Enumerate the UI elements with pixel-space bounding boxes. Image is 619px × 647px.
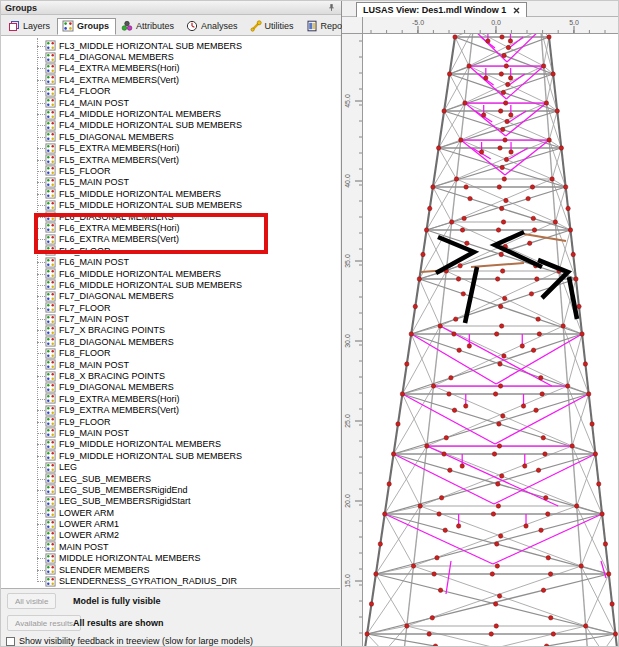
groups-icon [45, 200, 56, 211]
tree-item[interactable]: FL5_EXTRA MEMBERS(Hori) [1, 143, 340, 154]
groups-icon [45, 291, 56, 302]
tree-item[interactable]: LEG_SUB_MEMBERS [1, 473, 340, 484]
view-tab-close-icon[interactable] [513, 7, 520, 14]
groups-icon [45, 279, 56, 290]
tree-item[interactable]: FL7_DIAGONAL MEMBERS [1, 291, 340, 302]
svg-text:30.0: 30.0 [344, 334, 351, 348]
tree-item[interactable]: FL6_FLOOR [1, 245, 340, 256]
tab-analyses[interactable]: Analyses [181, 18, 245, 35]
tree-item[interactable]: FL9_FLOOR [1, 416, 340, 427]
panel-tabbar: LayersGroupsAttributesAnalysesUtilitiesR… [1, 15, 341, 36]
tree-item[interactable]: FL8_MAIN POST [1, 359, 340, 370]
svg-text:15.0: 15.0 [344, 574, 351, 588]
tree-item[interactable]: MIDDLE HORIZONTAL MEMBERS [1, 553, 340, 564]
groups-icon [45, 393, 56, 404]
tree-item[interactable]: FL5_MAIN POST [1, 177, 340, 188]
tree-item[interactable]: MAIN POST [1, 541, 340, 552]
attributes-icon [121, 20, 133, 32]
groups-icon [45, 177, 56, 188]
groups-icon [45, 336, 56, 347]
groups-icon [45, 519, 56, 530]
tree-item[interactable]: FL5_DIAGONAL MEMBERS [1, 131, 340, 142]
tree-item[interactable]: FL8_FLOOR [1, 348, 340, 359]
view-tab[interactable]: LUSAS View: Des1.mdl Window 1 [356, 2, 527, 17]
groups-icon [45, 74, 56, 85]
groups-icon [45, 97, 56, 108]
view-pane: LUSAS View: Des1.mdl Window 1 -5.00.05.0… [342, 1, 619, 647]
tree-item[interactable]: FL6_EXTRA MEMBERS(Vert) [1, 234, 340, 245]
reports-icon [306, 20, 318, 32]
tree-item[interactable]: FL6_MIDDLE HORIZONTAL MEMBERS [1, 268, 340, 279]
tree-item[interactable]: FL9_MIDDLE HORIZONTAL SUB MEMBERS [1, 450, 340, 461]
groups-icon [45, 222, 56, 233]
tree-item[interactable]: FL5_FLOOR [1, 165, 340, 176]
tree-item[interactable]: LOWER ARM [1, 507, 340, 518]
groups-icon [45, 314, 56, 325]
tree-item[interactable]: FL5_MIDDLE HORIZONTAL SUB MEMBERS [1, 199, 340, 210]
all-visible-button[interactable]: All visible [7, 593, 56, 609]
tree-item[interactable]: FL9_DIAGONAL MEMBERS [1, 382, 340, 393]
groups-icon [45, 405, 56, 416]
tree-item[interactable]: FL4_EXTRA MEMBERS(Hori) [1, 63, 340, 74]
tree-item[interactable]: FL9_MIDDLE HORIZONTAL MEMBERS [1, 439, 340, 450]
groups-icon [45, 245, 56, 256]
tree-item[interactable]: LEG [1, 461, 340, 472]
tree-item[interactable]: FL8_DIAGONAL MEMBERS [1, 336, 340, 347]
tab-attributes[interactable]: Attributes [116, 18, 181, 35]
groups-icon [62, 20, 74, 32]
tree-item[interactable]: LOWER ARM2 [1, 530, 340, 541]
available-results-button[interactable]: Available results [7, 615, 81, 631]
tree-item[interactable]: FL6_DIAGONAL MEMBERS [1, 211, 340, 222]
groups-icon [45, 348, 56, 359]
tree-item[interactable]: FL7_FLOOR [1, 302, 340, 313]
groups-icon [45, 211, 56, 222]
tab-layers[interactable]: Layers [3, 18, 57, 35]
tree-item[interactable]: FL5_EXTRA MEMBERS(Vert) [1, 154, 340, 165]
view-tabrow: LUSAS View: Des1.mdl Window 1 [342, 1, 619, 17]
groups-icon [45, 143, 56, 154]
groups-icon [45, 257, 56, 268]
tree-item[interactable]: FL6_EXTRA MEMBERS(Hori) [1, 222, 340, 233]
svg-text:40.0: 40.0 [344, 174, 351, 188]
svg-text:0.0: 0.0 [491, 19, 501, 26]
tree-item[interactable]: FL4_FLOOR [1, 86, 340, 97]
groups-icon [45, 268, 56, 279]
tree-item[interactable]: FL3_MIDDLE HORIZONTAL SUB MEMBERS [1, 40, 340, 51]
tree-item[interactable]: LOWER ARM1 [1, 518, 340, 529]
groups-icon [45, 450, 56, 461]
tree-item[interactable]: FL6_MAIN POST [1, 256, 340, 267]
groups-icon [45, 439, 56, 450]
panel-footer: All visible Model is fully visible Avail… [1, 589, 340, 647]
tree-item[interactable]: FL9_MAIN POST [1, 427, 340, 438]
tree-item[interactable]: FL6_MIDDLE HORIZONTAL SUB MEMBERS [1, 279, 340, 290]
groups-icon [45, 484, 56, 495]
tree-item[interactable]: FL9_EXTRA MEMBERS(Hori) [1, 393, 340, 404]
groups-icon [45, 165, 56, 176]
svg-text:45.0: 45.0 [344, 94, 351, 108]
tree-item[interactable]: SLENDER MEMBERS [1, 564, 340, 575]
model-view[interactable]: -5.00.05.045.040.035.030.025.020.015.0 [342, 17, 619, 647]
tree-item[interactable]: FL4_MAIN POST [1, 97, 340, 108]
tab-utilities[interactable]: Utilities [245, 18, 301, 35]
tree-item[interactable]: LEG_SUB_MEMBERSRigidStart [1, 496, 340, 507]
visibility-feedback-checkbox[interactable] [6, 637, 15, 646]
groups-icon [45, 359, 56, 370]
tree-item[interactable]: FL4_DIAGONAL MEMBERS [1, 51, 340, 62]
tree-item[interactable]: FL7_X BRACING POINTS [1, 325, 340, 336]
tree-item[interactable]: FL5_MIDDLE HORIZONTAL MEMBERS [1, 188, 340, 199]
groups-treeview[interactable]: FL3_MIDDLE HORIZONTAL SUB MEMBERSFL4_DIA… [1, 36, 340, 589]
tree-item[interactable]: FL9_EXTRA MEMBERS(Vert) [1, 405, 340, 416]
tree-item[interactable]: FL7_MAIN POST [1, 313, 340, 324]
tree-item[interactable]: FL4_MIDDLE HORIZONTAL SUB MEMBERS [1, 120, 340, 131]
groups-icon [45, 109, 56, 120]
groups-icon [45, 496, 56, 507]
tree-item[interactable]: SLENDERNESS_GYRATION_RADIUS_DIR [1, 575, 340, 586]
application-window: Groups LayersGroupsAttributesAnalysesUti… [0, 0, 619, 647]
tab-groups[interactable]: Groups [57, 18, 116, 35]
tree-item[interactable]: FL8_X BRACING POINTS [1, 370, 340, 381]
pin-button[interactable] [325, 2, 337, 13]
tree-item[interactable]: FL4_MIDDLE HORIZONTAL MEMBERS [1, 108, 340, 119]
results-status: All results are shown [73, 618, 164, 628]
tree-item[interactable]: LEG_SUB_MEMBERSRigidEnd [1, 484, 340, 495]
tree-item[interactable]: FL4_EXTRA MEMBERS(Vert) [1, 74, 340, 85]
